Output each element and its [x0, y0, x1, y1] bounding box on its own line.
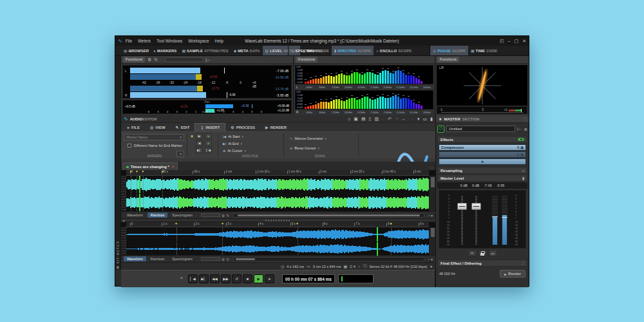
transport-record-button[interactable]: ●: [265, 274, 274, 283]
final-effect-header[interactable]: Final Effect / Dithering ∷: [437, 260, 527, 267]
fader-handle[interactable]: [457, 203, 467, 210]
marker-icon[interactable]: ▼: [175, 222, 178, 225]
scroll-left-icon[interactable]: ‹: [428, 257, 430, 261]
document-revert-icon[interactable]: ▥: [374, 117, 379, 121]
vertical-scrollbar[interactable]: [430, 176, 435, 211]
main-timeline-ruler[interactable]: 020 s40 s1 mn1 mn 20 s1 mn 40 s2 mn2 mn …: [126, 170, 429, 176]
open-folder-icon[interactable]: ▤: [361, 117, 366, 121]
fader-handle[interactable]: [471, 203, 481, 210]
scroll-left-icon[interactable]: ‹: [428, 213, 430, 217]
window-close-button[interactable]: ✕: [522, 39, 526, 44]
menu-file[interactable]: File: [126, 39, 132, 43]
functions-menu-button[interactable]: Functions: [296, 57, 317, 62]
overview-wave-view[interactable]: 01 s2 s3 s4 s5 s6 s7 s8 s9 s▼▼▼▼ Wavefor…: [121, 222, 435, 262]
bypass-icon[interactable]: ▣: [520, 146, 524, 149]
collapse-left-icon[interactable]: |←: [205, 57, 211, 62]
preset-name-field[interactable]: Untitled: [446, 126, 515, 132]
window-float-button[interactable]: ◰: [500, 39, 504, 44]
view-tab-waveform[interactable]: Waveform: [124, 213, 146, 218]
meter-range-control[interactable]: [166, 57, 203, 62]
view-tab-spectrogram[interactable]: Spectrogram: [169, 256, 196, 261]
master-level-header[interactable]: Master Level ▮: [437, 175, 527, 182]
undo-icon[interactable]: ↶: [388, 117, 392, 121]
effect-slot-empty[interactable]: S ▣: [439, 151, 526, 158]
transport-rewind-button[interactable]: ◀◀: [210, 274, 220, 283]
transport-collapse-icon[interactable]: «: [180, 276, 183, 280]
marker-icon[interactable]: ▼: [161, 169, 164, 173]
title-bar[interactable]: ∿ FileMetersTool WindowsWorkspaceHelp Wa…: [115, 36, 529, 46]
functions-menu-button[interactable]: Functions: [123, 57, 145, 62]
solo-icon[interactable]: S: [517, 146, 519, 149]
signal-bleep-censor-button[interactable]: ≋Bleep Censor▾: [290, 145, 319, 151]
marker-funnel-icon[interactable]: ▼: [190, 135, 194, 138]
audiofile-at-end-button[interactable]: ▶|At End▾: [223, 140, 242, 147]
marker-mini-button[interactable]: ●: [205, 140, 212, 146]
bitmeter-vertical-tab[interactable]: ▦ BIT-METER: [115, 56, 121, 270]
gear-icon[interactable]: ⚙: [524, 127, 527, 131]
reset-icon[interactable]: ↻: [154, 57, 158, 62]
window-minimize-button[interactable]: –: [508, 39, 511, 44]
ribbon-tab-edit[interactable]: ✎EDIT: [171, 123, 195, 131]
playback-position-display[interactable]: [338, 274, 374, 283]
resampling-header[interactable]: Resampling ◁: [437, 167, 527, 174]
splitter-grip[interactable]: [265, 220, 291, 222]
marker-mini-button[interactable]: ●: [205, 133, 212, 139]
waveform-right-channel[interactable]: [126, 242, 429, 256]
swap-icon[interactable]: ↻: [226, 257, 229, 261]
nav-forward-icon[interactable]: →: [410, 117, 414, 121]
view-tab-rainbow[interactable]: Rainbow: [147, 256, 167, 261]
vertical-scrollbar[interactable]: [430, 227, 435, 256]
ribbon-tab-process[interactable]: ⚙PROCESS: [225, 123, 260, 131]
gear-icon[interactable]: ⚙: [222, 257, 225, 261]
ribbon-tab-file[interactable]: ▸FILE: [122, 123, 145, 131]
close-icon[interactable]: ✕: [171, 164, 175, 169]
gear-icon[interactable]: ⚙: [222, 213, 225, 218]
marker-icon[interactable]: ▼: [135, 169, 138, 173]
functions-menu-button[interactable]: Functions: [437, 57, 459, 62]
effect-slot-compressor[interactable]: Compressor S ▣: [439, 144, 526, 151]
window-maximize-button[interactable]: ▢: [515, 39, 519, 44]
menu-help[interactable]: Help: [215, 39, 223, 43]
add-effect-button[interactable]: +: [439, 158, 526, 165]
view-tab-rainbow[interactable]: Rainbow: [147, 213, 167, 218]
swap-icon[interactable]: ↻: [226, 213, 229, 218]
master-power-button[interactable]: ⏻: [437, 126, 444, 133]
ruler-icon[interactable]: ▭: [307, 264, 310, 269]
info-icon[interactable]: ⓘ: [363, 263, 366, 269]
horizontal-scrollbar[interactable]: [233, 257, 424, 261]
mini-control[interactable]: [201, 257, 220, 261]
marker-name-dropdown[interactable]: Marker Name ▾: [124, 134, 184, 140]
waveform-left-channel[interactable]: [126, 227, 429, 242]
marker-icon[interactable]: ▼: [221, 222, 224, 225]
audiofile-at-cursor-button[interactable]: ⊕At Cursor▾: [223, 147, 246, 154]
ribbon-tab-insert[interactable]: ↧INSERT: [194, 123, 225, 131]
effects-header[interactable]: Effects: [437, 136, 527, 143]
layout-icon[interactable]: ▮: [430, 117, 433, 121]
dock-tab-oscilloscope[interactable]: +OSCILLOSCOPE: [374, 46, 414, 55]
duplicate-icon[interactable]: ▣: [354, 117, 358, 121]
transport-go-end-button[interactable]: ▶▏: [199, 274, 209, 283]
panel-menu-icon[interactable]: ∷: [522, 261, 524, 265]
dock-tab-markers[interactable]: ▸MARKERS: [151, 46, 179, 55]
eye-icon[interactable]: [518, 138, 524, 141]
transport-forward-button[interactable]: ▶▶: [221, 274, 231, 283]
menu-meters[interactable]: Meters: [138, 39, 151, 43]
menu-tool-windows[interactable]: Tool Windows: [156, 39, 182, 43]
home-icon[interactable]: ⌂: [348, 117, 350, 121]
menu-workspace[interactable]: Workspace: [188, 39, 209, 43]
transport-play-button[interactable]: ▶: [254, 274, 263, 283]
view-tab-spectrogram[interactable]: Spectrogram: [169, 213, 196, 218]
master-section-header[interactable]: ★ MASTER SECTION ∷: [436, 115, 529, 123]
marker-mini-button[interactable]: ▏◀: [205, 147, 212, 153]
overview-timeline-ruler[interactable]: 01 s2 s3 s4 s5 s6 s7 s8 s9 s▼▼▼▼: [126, 222, 429, 227]
dock-tab-phasescope[interactable]: ◎PHASESCOPE: [430, 46, 468, 55]
marker-icon[interactable]: ▼: [390, 222, 393, 225]
marker-icon[interactable]: ▼: [141, 169, 144, 173]
time-icon[interactable]: ◷: [281, 264, 284, 269]
dock-tab-browser[interactable]: ▤BROWSER: [121, 46, 151, 55]
horizontal-scrollbar[interactable]: [233, 213, 424, 218]
record-icon[interactable]: ◌: [382, 117, 384, 121]
marker-mini-button[interactable]: ◀: [196, 140, 203, 146]
scrollbar-thumb[interactable]: [236, 258, 254, 260]
dock-tab-sample-attributes[interactable]: ▦SAMPLEATTRIBUTES: [179, 46, 231, 55]
